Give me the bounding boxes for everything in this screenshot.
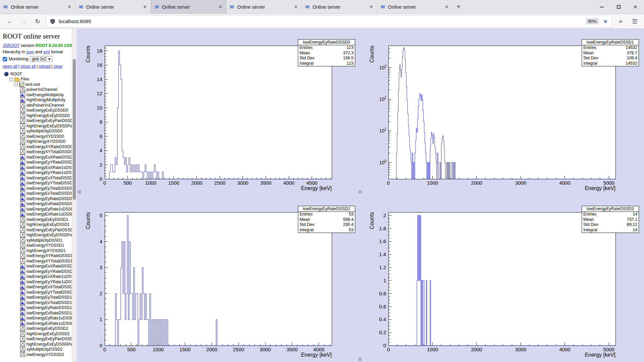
tree-item-lowEnergyExXRateDSSD0[interactable]: lowEnergyExXRateDSSD0 xyxy=(3,155,72,160)
tree-item-highEnergyExEyDSSDPair1[interactable]: highEnergyExEyDSSDPair1 xyxy=(3,233,72,238)
browser-tab-5[interactable]: Online server✕ xyxy=(377,0,453,14)
tree-item-lowEnergyExEyPairDSSD0[interactable]: lowEnergyExEyPairDSSD0 xyxy=(3,118,72,124)
layout-select[interactable]: grid 2x2 ▾ xyxy=(30,56,52,62)
tree-item-lowEnergyExRate1sDSSD1[interactable]: lowEnergyExRate1sDSSD1 xyxy=(3,321,72,326)
tree-item-xyMultiplicityDSSD1[interactable]: xyMultiplicityDSSD1 xyxy=(3,238,72,243)
tree-item-lowEnergyXYTotalDSSD1[interactable]: lowEnergyXYTotalDSSD1 xyxy=(3,258,72,264)
tree-item-highEnergyXYDSSD1[interactable]: highEnergyXYDSSD1 xyxy=(3,248,72,253)
tree-item-lowEnergyExRateDSSD0[interactable]: lowEnergyExRateDSSD0 xyxy=(3,201,72,207)
tree-item-lowEnergyExEyPairDSSD1[interactable]: lowEnergyExEyPairDSSD1 xyxy=(3,227,72,233)
tree-item-lowEnergyExEyDSSD1[interactable]: lowEnergyExEyDSSD1 xyxy=(3,217,72,222)
stats-box-lowEnergyEyRateDSSD0[interactable]: lowEnergyEyRateDSSD0Entries123Mean372.3S… xyxy=(298,39,355,66)
browser-tab-4[interactable]: Online server✕ xyxy=(302,0,377,14)
collapse-toggle[interactable]: − xyxy=(14,82,18,86)
reload-link[interactable]: reload xyxy=(39,64,50,69)
collapse-toggle[interactable]: − xyxy=(9,77,13,81)
reload-button[interactable]: ↻ xyxy=(32,16,43,27)
url-bar[interactable]: localhost:8085 90% ★ xyxy=(46,16,612,27)
tree-item-highEnergyMultiplicity[interactable]: highEnergyMultiplicity xyxy=(3,98,72,103)
open-all-link[interactable]: open all xyxy=(3,64,17,69)
new-tab-button[interactable]: + xyxy=(453,0,464,14)
tree-item-lowEnergyExXRate1sDSSD0[interactable]: lowEnergyExXRate1sDSSD0 xyxy=(3,165,72,170)
histogram-panel-lowEnergyEyRateDSSD1[interactable]: 010002000300040005000100101102103Energy … xyxy=(360,29,644,195)
tree-item-lowEnergyExEyPairDSSD2[interactable]: lowEnergyExEyPairDSSD2 xyxy=(3,337,72,342)
tree-item-highEnergyExEyDSSD2[interactable]: highEnergyExEyDSSD2 xyxy=(3,331,72,337)
tree-item-xyMultiplicityDSSD2[interactable]: xyMultiplicityDSSD2 xyxy=(3,347,72,352)
tree-item-highEnergyExEyDSSDPair2[interactable]: highEnergyExEyDSSDPair2 xyxy=(3,342,72,347)
tree-item-lowEnergyEyYTotalDSSD1[interactable]: lowEnergyEyYTotalDSSD1 xyxy=(3,290,72,295)
tab-close-icon[interactable]: ✕ xyxy=(67,4,72,9)
grid-splitter-handle[interactable] xyxy=(359,358,362,361)
tree-item-lowEnergyXYTotalDSSD0[interactable]: lowEnergyXYTotalDSSD0 xyxy=(3,149,72,155)
grid-splitter-handle[interactable] xyxy=(359,190,362,193)
stats-box-lowEnergyEyRateDSSD1[interactable]: lowEnergyEyRateDSSD1Entries14532Mean378.… xyxy=(582,39,639,66)
tree-item-absPulserVsChannel[interactable]: absPulserVsChannel xyxy=(3,103,72,108)
tree-item-highEnergyExEyDSSD0[interactable]: highEnergyExEyDSSD0 xyxy=(3,113,72,118)
tree-item-lowEnergyEyTotalDSSD0[interactable]: lowEnergyEyTotalDSSD0 xyxy=(3,186,72,191)
tree-item-lowEnergyExXTotalDSSD0[interactable]: lowEnergyExXTotalDSSD0 xyxy=(3,175,72,181)
browser-tab-2[interactable]: Online server✕ xyxy=(151,0,226,14)
tree-node-files[interactable]: −Files xyxy=(3,77,72,82)
tree-item-xyMultiplicityDSSD0[interactable]: xyMultiplicityDSSD0 xyxy=(3,129,72,134)
browser-tab-0[interactable]: Online server✕ xyxy=(0,0,75,14)
tab-close-icon[interactable]: ✕ xyxy=(293,4,299,9)
shield-icon[interactable] xyxy=(50,19,55,24)
tree-item-lowEnergyXYDSSD1[interactable]: lowEnergyXYDSSD1 xyxy=(3,243,72,248)
tree-item-highEnergyExEyDSSD1[interactable]: highEnergyExEyDSSD1 xyxy=(3,222,72,228)
url-text[interactable]: localhost:8085 xyxy=(59,18,91,24)
tree-item-lowEnergyEyRateDSSD0[interactable]: lowEnergyEyRateDSSD0 xyxy=(3,196,72,201)
tree-item-lowEnergyEyYRate1sDSSD1[interactable]: lowEnergyEyYRate1sDSSD1 xyxy=(3,279,72,285)
tree-item-highEnergyExEyDSSDPair0[interactable]: highEnergyExEyDSSDPair0 xyxy=(3,123,72,129)
stats-box-lowEnergyEyRateDSSD2[interactable]: lowEnergyEyRateDSSD2Entries53Mean556.4St… xyxy=(298,206,355,233)
tab-close-icon[interactable]: ✕ xyxy=(369,4,374,9)
clear-link[interactable]: clear xyxy=(53,64,62,69)
menu-hamburger-icon[interactable]: ☰ xyxy=(629,16,640,27)
tree-item-lowEnergyEyYRateDSSD1[interactable]: lowEnergyEyYRateDSSD1 xyxy=(3,269,72,274)
close-all-link[interactable]: close all xyxy=(20,64,36,69)
tree-item-lowEnergyXYRateDSSD0[interactable]: lowEnergyXYRateDSSD0 xyxy=(3,144,72,149)
tree-item-lowEnergyExEyDSSD2[interactable]: lowEnergyExEyDSSD2 xyxy=(3,326,72,331)
browser-tab-3[interactable]: Online server✕ xyxy=(226,0,302,14)
scrollbar-thumb[interactable] xyxy=(73,59,76,200)
browser-tab-1[interactable]: Online server✕ xyxy=(75,0,151,14)
tree-item-lowEnergyEyTotalDSSD1[interactable]: lowEnergyEyTotalDSSD1 xyxy=(3,295,72,300)
minimize-button[interactable] xyxy=(599,4,604,10)
histogram-panel-lowEnergyEyRateDSSD3[interactable]: 01000200030004000500000.20.40.60.811.21.… xyxy=(360,195,644,362)
tree-item-lowEnergyMultiplicity[interactable]: lowEnergyMultiplicity xyxy=(3,92,72,98)
sidebar-scrollbar[interactable] xyxy=(72,29,76,362)
tab-close-icon[interactable]: ✕ xyxy=(444,4,449,9)
grid-splitter-handle[interactable] xyxy=(78,190,81,193)
tree-item-lowEnergyEyRateDSSD1[interactable]: lowEnergyEyRateDSSD1 xyxy=(3,305,72,311)
tree-item-lowEnergyExTotalDSSD0[interactable]: lowEnergyExTotalDSSD0 xyxy=(3,191,72,196)
tree-item-lowEnergyExRateDSSD1[interactable]: lowEnergyExRateDSSD1 xyxy=(3,310,72,316)
tree-item-lowEnergyExXRate1sDSSD1[interactable]: lowEnergyExXRate1sDSSD1 xyxy=(3,274,72,280)
stats-box-lowEnergyEyRateDSSD3[interactable]: lowEnergyEyRateDSSD3Entries14Mean737.1St… xyxy=(582,206,639,233)
tree-item-lowEnergyXYRateDSSD1[interactable]: lowEnergyXYRateDSSD1 xyxy=(3,253,72,259)
tree-item-lowEnergyEyYRate1sDSSD0[interactable]: lowEnergyEyYRate1sDSSD0 xyxy=(3,170,72,176)
tree-item-lowEnergyExTotalDSSD1[interactable]: lowEnergyExTotalDSSD1 xyxy=(3,300,72,305)
tab-close-icon[interactable]: ✕ xyxy=(142,4,148,9)
tree-node-root[interactable]: ROOT xyxy=(3,71,72,77)
bookmark-star-icon[interactable]: ★ xyxy=(603,18,608,24)
window-close-button[interactable]: ✕ xyxy=(633,4,638,10)
tree-item-lowEnergyEyRate1sDSSD0[interactable]: lowEnergyEyRate1sDSSD0 xyxy=(3,206,72,212)
tab-close-icon[interactable]: ✕ xyxy=(218,4,223,9)
json-link[interactable]: json xyxy=(26,50,34,54)
jsroot-link[interactable]: JSROOT xyxy=(3,43,19,48)
zoom-level-badge[interactable]: 90% xyxy=(586,18,599,24)
xml-link[interactable]: xml xyxy=(43,50,50,54)
maximize-button[interactable] xyxy=(616,4,621,10)
tree-item-lowEnergyEyYTotalDSSD0[interactable]: lowEnergyEyYTotalDSSD0 xyxy=(3,181,72,186)
histogram-panel-lowEnergyEyRateDSSD2[interactable]: 05001000150020002500300035004000012345En… xyxy=(76,195,360,362)
tree-item-lowEnergyEyRate1sDSSD1[interactable]: lowEnergyEyRate1sDSSD1 xyxy=(3,316,72,321)
tree-item-lowEnergyXYDSSD0[interactable]: lowEnergyXYDSSD0 xyxy=(3,134,72,139)
tree-item-lowEnergyExRate1sDSSD0[interactable]: lowEnergyExRate1sDSSD0 xyxy=(3,212,72,217)
tree-node-test-root[interactable]: −test.root xyxy=(3,82,72,87)
tree-item-pulserVsChannel[interactable]: pulserVsChannel xyxy=(3,87,72,93)
tree-item-lowEnergyExXRateDSSD1[interactable]: lowEnergyExXRateDSSD1 xyxy=(3,264,72,269)
back-button[interactable]: ← xyxy=(4,16,15,27)
tree-item-highEnergyXYDSSD0[interactable]: highEnergyXYDSSD0 xyxy=(3,139,72,144)
histogram-panel-lowEnergyEyRateDSSD0[interactable]: 0500100015002000250030003500400045000246… xyxy=(76,29,360,195)
tree-item-lowEnergyExXTotalDSSD1[interactable]: lowEnergyExXTotalDSSD1 xyxy=(3,285,72,290)
overflow-chevrons-icon[interactable]: » xyxy=(615,16,626,27)
